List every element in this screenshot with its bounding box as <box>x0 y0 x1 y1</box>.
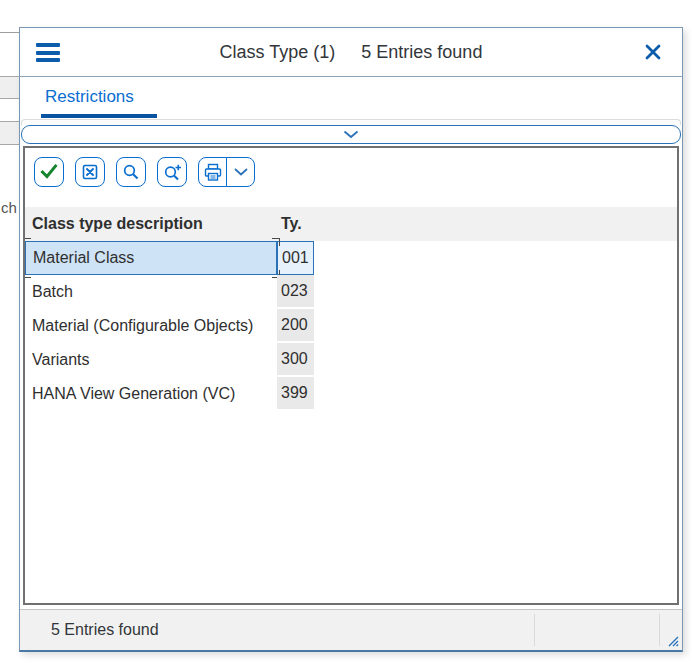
dialog-title-text: Class Type (1) <box>220 42 336 63</box>
results-container: Class type description Ty. Material Clas… <box>23 146 679 605</box>
value-help-dialog: Class Type (1) 5 Entries found Restricti… <box>19 27 683 652</box>
background-divider-line <box>0 32 19 33</box>
cell-class-type-code[interactable]: 300 <box>277 343 314 377</box>
cell-filler <box>314 241 677 275</box>
confirm-button[interactable] <box>34 157 64 187</box>
resize-grip-icon[interactable] <box>665 633 679 647</box>
footer-separator <box>659 614 660 646</box>
table-row[interactable]: Material (Configurable Objects) 200 <box>25 309 677 343</box>
tab-bar: Restrictions <box>20 77 682 119</box>
cell-class-type-description[interactable]: Material Class <box>25 241 277 275</box>
dialog-title: Class Type (1) 5 Entries found <box>80 28 622 76</box>
dialog-header: Class Type (1) 5 Entries found <box>20 28 682 77</box>
table-row[interactable]: Material Class 001 <box>25 241 677 275</box>
search-icon <box>122 163 140 181</box>
column-header-type[interactable]: Ty. <box>277 215 314 233</box>
check-icon <box>39 163 59 181</box>
find-next-button[interactable] <box>157 157 187 187</box>
printer-icon[interactable] <box>199 158 226 186</box>
chevron-down-icon <box>343 130 359 139</box>
cell-class-type-description[interactable]: Variants <box>25 343 277 377</box>
dialog-footer: 5 Entries found <box>20 609 682 650</box>
cell-class-type-code[interactable]: 023 <box>277 275 314 309</box>
toolbar <box>25 148 677 207</box>
cell-class-type-code[interactable]: 200 <box>277 309 314 343</box>
table-row[interactable]: HANA View Generation (VC) 399 <box>25 377 677 411</box>
table-row[interactable]: Variants 300 <box>25 343 677 377</box>
search-plus-icon <box>163 163 182 182</box>
table-body: Material Class 001 Batch 023 Material (C… <box>25 241 677 603</box>
background-row-band <box>0 121 19 145</box>
cell-filler <box>314 309 677 343</box>
cell-filler <box>314 275 677 309</box>
cell-class-type-code[interactable]: 001 <box>277 241 314 275</box>
cell-class-type-description[interactable]: Batch <box>25 275 277 309</box>
print-button[interactable] <box>198 157 255 187</box>
print-dropdown-chevron-icon[interactable] <box>226 158 254 186</box>
active-tab-underline <box>41 114 157 118</box>
close-icon[interactable] <box>643 42 663 62</box>
dialog-entries-count: 5 Entries found <box>361 42 482 63</box>
cancel-button[interactable] <box>75 157 105 187</box>
expand-filters-bar[interactable] <box>21 125 681 144</box>
hamburger-icon[interactable] <box>36 43 60 62</box>
table-header-row: Class type description Ty. <box>25 207 677 241</box>
cell-class-type-description[interactable]: Material (Configurable Objects) <box>25 309 277 343</box>
cell-class-type-code[interactable]: 399 <box>277 377 314 411</box>
cell-filler <box>314 377 677 411</box>
status-entries-found: 5 Entries found <box>51 621 159 639</box>
background-clipped-text: ch <box>1 199 17 216</box>
table-row[interactable]: Batch 023 <box>25 275 677 309</box>
footer-separator <box>534 614 535 646</box>
cell-filler <box>314 343 677 377</box>
column-header-description[interactable]: Class type description <box>25 215 277 233</box>
find-button[interactable] <box>116 157 146 187</box>
background-row-band <box>0 76 19 99</box>
cell-class-type-description[interactable]: HANA View Generation (VC) <box>25 377 277 411</box>
tab-restrictions[interactable]: Restrictions <box>45 87 134 107</box>
boxed-x-icon <box>81 163 99 181</box>
